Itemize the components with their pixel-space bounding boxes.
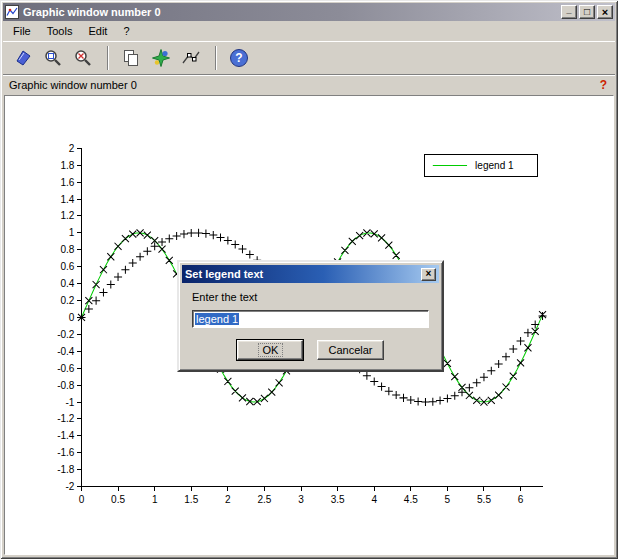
window-title: Graphic window number 0 [23, 6, 561, 18]
svg-text:-1.2: -1.2 [57, 413, 75, 424]
copy-button[interactable] [117, 44, 145, 72]
graphic-editor-icon [151, 48, 171, 68]
close-icon: × [426, 268, 432, 279]
svg-text:1: 1 [152, 494, 158, 505]
svg-text:1.4: 1.4 [60, 194, 74, 205]
dialog-buttons: OK Cancelar [192, 340, 429, 360]
rotate-button[interactable] [9, 44, 37, 72]
legend-text-input[interactable]: legend 1 [192, 310, 429, 328]
dialog-close-button[interactable]: × [421, 268, 436, 281]
svg-text:1: 1 [69, 227, 75, 238]
menu-tools[interactable]: Tools [39, 23, 81, 39]
dialog-message: Enter the text [192, 291, 429, 303]
toolbar-separator [107, 46, 109, 70]
help-icon: ? [229, 48, 249, 68]
svg-text:legend 1: legend 1 [475, 160, 514, 171]
maximize-icon: □ [584, 6, 590, 17]
menu-edit[interactable]: Edit [80, 23, 115, 39]
svg-text:3: 3 [298, 494, 304, 505]
original-view-button[interactable] [69, 44, 97, 72]
menu-help[interactable]: ? [115, 23, 137, 39]
svg-text:0: 0 [79, 494, 85, 505]
info-bar: Graphic window number 0 ? [3, 75, 615, 95]
dialog-body: Enter the text legend 1 OK Cancelar [182, 283, 439, 360]
svg-text:-0.4: -0.4 [57, 346, 75, 357]
zoom-area-icon [43, 48, 63, 68]
svg-text:4.5: 4.5 [404, 494, 418, 505]
svg-text:5.5: 5.5 [477, 494, 491, 505]
svg-text:2.5: 2.5 [257, 494, 271, 505]
svg-text:1.5: 1.5 [184, 494, 198, 505]
ok-button[interactable]: OK [237, 340, 303, 360]
close-icon: × [602, 6, 608, 18]
datatip-icon [181, 48, 201, 68]
dialog-title: Set legend text [185, 268, 421, 280]
svg-text:3.5: 3.5 [331, 494, 345, 505]
svg-text:0: 0 [69, 312, 75, 323]
svg-text:0.2: 0.2 [60, 295, 74, 306]
svg-text:1.2: 1.2 [60, 211, 74, 222]
svg-text:-0.6: -0.6 [57, 363, 75, 374]
menu-bar: File Tools Edit ? [3, 21, 615, 41]
svg-text:2: 2 [225, 494, 231, 505]
legend-box[interactable]: legend 1 [425, 154, 538, 176]
menu-file[interactable]: File [5, 23, 39, 39]
svg-text:0.8: 0.8 [60, 244, 74, 255]
minimize-icon: _ [566, 5, 571, 15]
svg-text:-2: -2 [66, 481, 75, 492]
svg-text:0.6: 0.6 [60, 261, 74, 272]
svg-text:0.5: 0.5 [111, 494, 125, 505]
toolbar: ? [3, 41, 615, 75]
input-selected-text: legend 1 [195, 313, 239, 325]
svg-text:-1.6: -1.6 [57, 447, 75, 458]
svg-text:4: 4 [371, 494, 377, 505]
graphic-editor-button[interactable] [147, 44, 175, 72]
cancel-button[interactable]: Cancelar [317, 340, 383, 360]
svg-text:2: 2 [69, 143, 75, 154]
svg-text:-1.8: -1.8 [57, 464, 75, 475]
svg-text:1.6: 1.6 [60, 177, 74, 188]
close-button[interactable]: × [597, 5, 613, 19]
svg-text:?: ? [235, 51, 242, 65]
rotate-icon [13, 48, 33, 68]
set-legend-dialog: Set legend text × Enter the text legend … [177, 260, 444, 372]
svg-text:-1.4: -1.4 [57, 430, 75, 441]
zoom-area-button[interactable] [39, 44, 67, 72]
maximize-button[interactable]: □ [579, 5, 595, 19]
svg-text:5: 5 [445, 494, 451, 505]
dialog-titlebar[interactable]: Set legend text × [182, 265, 439, 283]
graphic-window: Graphic window number 0 _ □ × File Tools… [0, 0, 618, 559]
svg-text:1.8: 1.8 [60, 160, 74, 171]
help-button[interactable]: ? [225, 44, 253, 72]
minimize-button[interactable]: _ [561, 5, 577, 19]
svg-text:6: 6 [518, 494, 524, 505]
original-view-icon [73, 48, 93, 68]
datatip-button[interactable] [177, 44, 205, 72]
toolbar-separator [215, 46, 217, 70]
svg-text:-0.8: -0.8 [57, 380, 75, 391]
figure-name-label: Graphic window number 0 [9, 79, 137, 91]
info-help-marker: ? [600, 78, 607, 92]
svg-text:0.4: 0.4 [60, 278, 74, 289]
svg-text:-0.2: -0.2 [57, 329, 75, 340]
copy-icon [121, 48, 141, 68]
svg-text:-1: -1 [66, 397, 75, 408]
titlebar[interactable]: Graphic window number 0 _ □ × [3, 3, 615, 21]
window-icon [5, 5, 19, 19]
